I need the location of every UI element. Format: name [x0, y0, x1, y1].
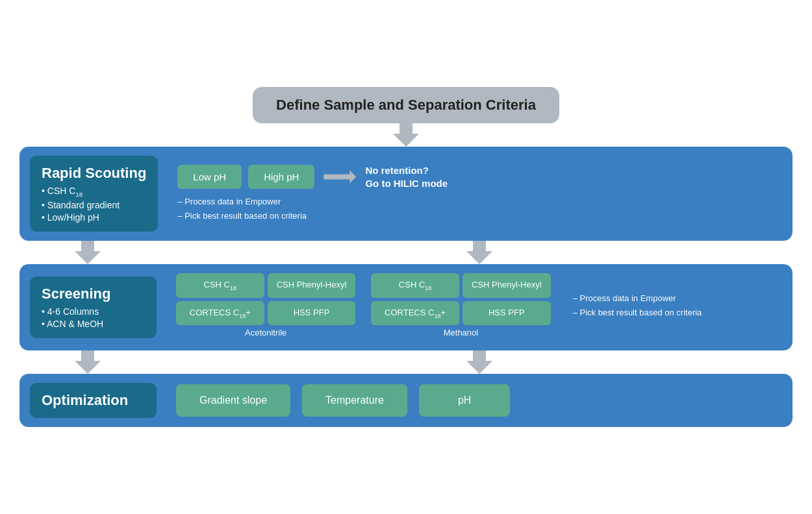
screening-section: Screening • 4-6 Columns • ACN & MeOH CSH…: [19, 264, 793, 350]
meoh-label: Methanol: [444, 328, 478, 337]
acn-csh-c18: CSH C18: [176, 273, 264, 298]
screening-item-2: • ACN & MeOH: [42, 319, 145, 329]
optimization-label-box: Optimization: [30, 383, 157, 418]
rapid-scouting-title: Rapid Scouting: [42, 165, 146, 182]
low-ph-box: Low pH: [177, 165, 242, 189]
top-arrow: [19, 123, 793, 147]
no-retention-text: No retention?Go to HILIC mode: [365, 164, 448, 190]
screening-label-box: Screening • 4-6 Columns • ACN & MeOH: [30, 276, 157, 338]
meoh-csh-c18: CSH C18: [371, 273, 459, 298]
meoh-hss: HSS PFP: [463, 301, 551, 326]
acn-label: Acetonitrile: [245, 328, 286, 337]
right-arrow: [324, 171, 356, 184]
ph-box-opt: pH: [419, 384, 510, 417]
optimization-title: Optimization: [42, 392, 145, 409]
define-criteria-box: Define Sample and Separation Criteria: [253, 87, 559, 124]
screening-content: CSH C18 CSH Phenyl-Hexyl CORTECS C18+ HS…: [166, 273, 782, 341]
between-row1-row2-arrows: [19, 241, 793, 264]
screening-item-1: • 4-6 Columns: [42, 306, 145, 317]
rapid-scouting-item-3: • Low/High pH: [42, 212, 146, 223]
acn-hss: HSS PFP: [268, 301, 356, 326]
rapid-scouting-item-2: • Standard gradient: [42, 200, 146, 210]
rapid-scouting-notes: – Process data in Empower – Pick best re…: [177, 195, 307, 223]
acn-cortecs: CORTECS C18+: [176, 301, 264, 326]
acn-csh-phenyl: CSH Phenyl-Hexyl: [268, 273, 356, 298]
screening-notes: – Process data in Empower – Pick best re…: [566, 273, 702, 337]
meoh-csh-phenyl: CSH Phenyl-Hexyl: [463, 273, 551, 298]
meoh-cortecs: CORTECS C18+: [371, 301, 459, 326]
optimization-content: Gradient slope Temperature pH: [166, 384, 782, 417]
rapid-scouting-label-box: Rapid Scouting • CSH C18 • Standard grad…: [30, 156, 158, 232]
high-ph-box: High pH: [248, 165, 314, 189]
optimization-section: Optimization Gradient slope Temperature …: [19, 374, 793, 427]
rapid-scouting-content: Low pH High pH No retention?Go to HILIC …: [167, 164, 782, 223]
temperature-box: Temperature: [302, 384, 407, 417]
screening-title: Screening: [42, 286, 145, 302]
gradient-slope-box: Gradient slope: [176, 384, 290, 417]
rapid-scouting-section: Rapid Scouting • CSH C18 • Standard grad…: [19, 147, 793, 241]
meoh-group: CSH C18 CSH Phenyl-Hexyl CORTECS C18+ HS…: [371, 273, 550, 337]
rapid-scouting-item-1: • CSH C18: [42, 186, 146, 198]
define-criteria-title: Define Sample and Separation Criteria: [276, 96, 536, 115]
acn-group: CSH C18 CSH Phenyl-Hexyl CORTECS C18+ HS…: [176, 273, 355, 337]
between-row2-row3-arrows: [19, 350, 793, 374]
